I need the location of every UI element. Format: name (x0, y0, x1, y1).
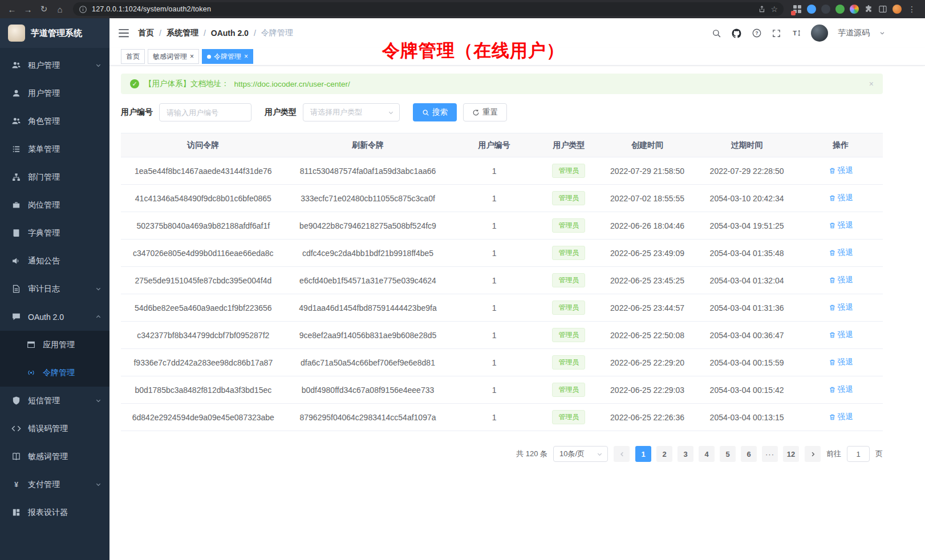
sidebar-item-menu-mgmt[interactable]: 菜单管理 (0, 135, 109, 163)
sidebar-item-report-designer[interactable]: 报表设计器 (0, 498, 109, 526)
share-icon[interactable] (758, 5, 766, 13)
profile-avatar-icon[interactable] (892, 5, 902, 14)
sidebar-item-errcode-mgmt[interactable]: 错误码管理 (0, 415, 109, 443)
hamburger-icon[interactable] (119, 29, 129, 38)
github-icon[interactable] (731, 28, 742, 39)
col-create-time: 创建时间 (599, 133, 695, 157)
extension-dark-icon[interactable] (821, 5, 830, 14)
tab-home[interactable]: 首页 (121, 49, 145, 64)
page-button[interactable]: 12 (783, 446, 799, 462)
sidebar-item-tenant-mgmt[interactable]: 租户管理 (0, 51, 109, 79)
force-logout-button[interactable]: 强退 (829, 412, 853, 422)
table-row: c347026e805e4d99b0d116eae66eda8c cdfc4ce… (121, 240, 883, 267)
page-button[interactable]: 3 (677, 446, 693, 462)
delete-icon (829, 194, 836, 202)
page-button[interactable]: 2 (656, 446, 672, 462)
user-id-input[interactable] (159, 103, 251, 121)
menu-label: 角色管理 (28, 116, 60, 127)
sidebar-item-dept-mgmt[interactable]: 部门管理 (0, 163, 109, 191)
search-icon[interactable] (712, 29, 721, 38)
search-button[interactable]: 搜索 (413, 103, 457, 121)
close-icon[interactable]: × (190, 53, 194, 60)
force-logout-button[interactable]: 强退 (829, 302, 853, 313)
menu-label: 错误码管理 (28, 424, 68, 434)
extension-grid-icon[interactable] (793, 5, 802, 14)
page-list: 1 2 3 4 5 6 ··· 12 (635, 446, 799, 462)
forward-button[interactable]: → (21, 2, 35, 17)
sidebar-item-role-mgmt[interactable]: 角色管理 (0, 107, 109, 135)
side-panel-icon[interactable] (878, 5, 887, 14)
fullscreen-icon[interactable] (772, 29, 781, 38)
user-name[interactable]: 芋道源码 (838, 28, 870, 38)
next-page-button[interactable] (805, 446, 821, 462)
delete-icon (829, 277, 836, 284)
svg-text:?: ? (755, 31, 758, 36)
address-bar[interactable]: 127.0.0.1:1024/system/oauth2/token ☆ (73, 2, 784, 16)
force-logout-button[interactable]: 强退 (829, 193, 853, 203)
refresh-token-cell: 49d1aa46d1454fbd87591444423be9fa (286, 294, 451, 322)
prev-page-button[interactable] (614, 446, 630, 462)
access-token-cell: 6d842e2924594de9a09e45e087323abe (121, 404, 286, 431)
force-logout-button[interactable]: 强退 (829, 220, 853, 230)
access-token-cell: 275e5de9151045fe87cbdc395e004f4d (121, 267, 286, 294)
goto-page-input[interactable] (847, 446, 870, 462)
browser-menu-icon[interactable]: ⋮ (907, 5, 917, 14)
close-icon[interactable]: × (244, 53, 248, 60)
sidebar-item-token-mgmt[interactable]: 令牌管理 (0, 359, 109, 387)
tab-token-mgmt[interactable]: 令牌管理 × (202, 49, 253, 64)
page-button[interactable]: 4 (699, 446, 715, 462)
sidebar-item-payment-mgmt[interactable]: ¥ 支付管理 (0, 470, 109, 498)
chevron-down-icon[interactable] (879, 30, 885, 36)
breadcrumb-oauth[interactable]: OAuth 2.0 (211, 29, 249, 38)
bookmark-star-icon[interactable]: ☆ (770, 5, 778, 14)
breadcrumb-system[interactable]: 系统管理 (167, 28, 198, 38)
font-size-icon[interactable]: T (791, 28, 801, 38)
sidebar-item-notice-mgmt[interactable]: 通知公告 (0, 247, 109, 275)
sidebar-item-audit-log[interactable]: 审计日志 (0, 275, 109, 303)
action-cell: 强退 (798, 322, 883, 349)
extension-blue-icon[interactable] (807, 5, 816, 14)
help-icon[interactable]: ? (752, 28, 762, 38)
banner-close-icon[interactable]: × (869, 79, 874, 88)
extension-color-icon[interactable] (850, 5, 859, 14)
user-type-badge: 管理员 (552, 164, 585, 178)
reload-button[interactable]: ↻ (36, 2, 51, 17)
force-logout-button[interactable]: 强退 (829, 275, 853, 285)
sidebar-item-user-mgmt[interactable]: 用户管理 (0, 79, 109, 107)
back-button[interactable]: ← (5, 2, 19, 17)
page-button[interactable]: 6 (741, 446, 757, 462)
action-cell: 强退 (798, 185, 883, 212)
force-logout-button[interactable]: 强退 (829, 165, 853, 176)
sidebar-item-app-mgmt[interactable]: 应用管理 (0, 331, 109, 359)
reset-button[interactable]: 重置 (463, 103, 507, 121)
banner-link[interactable]: https://doc.iocoder.cn/user-center/ (234, 80, 350, 88)
sidebar-item-sms-mgmt[interactable]: 短信管理 (0, 387, 109, 415)
user-type-select[interactable]: 请选择用户类型 (303, 103, 400, 121)
app-window: 芋道管理系统 租户管理 用户管理 角色管理 菜单管理 部 (0, 18, 925, 560)
home-button[interactable]: ⌂ (52, 2, 67, 17)
app-logo[interactable]: 芋道管理系统 (0, 18, 109, 48)
force-logout-button[interactable]: 强退 (829, 357, 853, 367)
create-time-cell: 2022-06-25 23:44:57 (599, 294, 695, 322)
sidebar-item-dict-mgmt[interactable]: 字典管理 (0, 219, 109, 247)
force-logout-button[interactable]: 强退 (829, 330, 853, 340)
create-time-cell: 2022-06-25 22:26:36 (599, 404, 695, 431)
chevron-right-icon (810, 451, 816, 457)
menu-label: 菜单管理 (28, 144, 60, 155)
user-type-badge: 管理员 (552, 383, 585, 397)
table-row: c342377bf8b344799dcbf7bf095287f2 9ce8ef2… (121, 322, 883, 349)
page-size-select[interactable]: 10条/页 (553, 446, 608, 462)
puzzle-extensions-icon[interactable] (864, 5, 873, 14)
tab-sensitive-words[interactable]: 敏感词管理 × (148, 49, 199, 64)
sidebar-item-oauth[interactable]: OAuth 2.0 (0, 303, 109, 331)
extension-green-icon[interactable] (835, 5, 845, 14)
force-logout-button[interactable]: 强退 (829, 384, 853, 395)
sidebar-item-sensitive-words[interactable]: 敏感词管理 (0, 443, 109, 470)
breadcrumb-home[interactable]: 首页 (138, 28, 154, 38)
page-button[interactable]: ··· (762, 446, 778, 462)
page-button[interactable]: 5 (720, 446, 736, 462)
sidebar-item-post-mgmt[interactable]: 岗位管理 (0, 191, 109, 219)
force-logout-button[interactable]: 强退 (829, 247, 853, 258)
user-avatar[interactable] (811, 25, 828, 42)
page-button[interactable]: 1 (635, 446, 651, 462)
